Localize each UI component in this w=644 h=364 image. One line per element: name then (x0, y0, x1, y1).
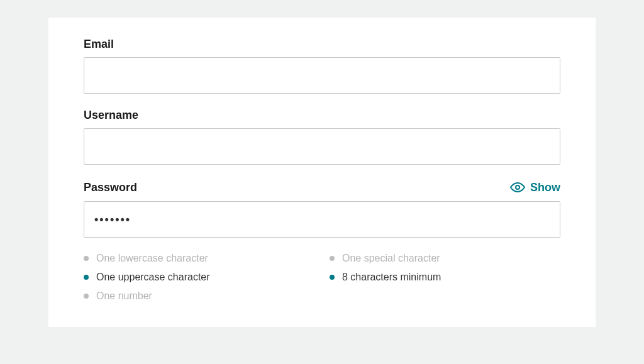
requirement-text: One uppercase character (96, 272, 210, 283)
requirement-item: One special character (330, 253, 560, 264)
username-field-group: Username (84, 109, 560, 165)
requirement-text: One lowercase character (96, 253, 208, 264)
email-input[interactable] (84, 57, 560, 94)
bullet-icon (330, 275, 335, 280)
email-label: Email (84, 38, 114, 51)
signup-form: Email Username Password Show One lowerca… (48, 18, 596, 327)
bullet-icon (330, 256, 335, 261)
eye-icon (510, 180, 525, 195)
password-label: Password (84, 181, 137, 194)
bullet-icon (84, 275, 89, 280)
password-requirements: One lowercase character One special char… (84, 253, 560, 302)
password-field-group: Password Show (84, 180, 560, 238)
requirement-text: One number (96, 290, 152, 302)
requirement-item: One uppercase character (84, 272, 314, 283)
username-label: Username (84, 109, 138, 122)
show-password-button[interactable]: Show (510, 180, 560, 195)
requirement-text: One special character (342, 253, 440, 264)
bullet-icon (84, 294, 89, 299)
svg-point-0 (516, 185, 519, 189)
email-field-group: Email (84, 38, 560, 94)
username-input[interactable] (84, 128, 560, 165)
bullet-icon (84, 256, 89, 261)
requirement-item: One number (84, 290, 314, 302)
requirement-item: 8 characters minimum (330, 272, 560, 283)
requirement-text: 8 characters minimum (342, 272, 441, 283)
password-input[interactable] (84, 201, 560, 238)
show-password-label: Show (530, 181, 560, 194)
requirement-item: One lowercase character (84, 253, 314, 264)
